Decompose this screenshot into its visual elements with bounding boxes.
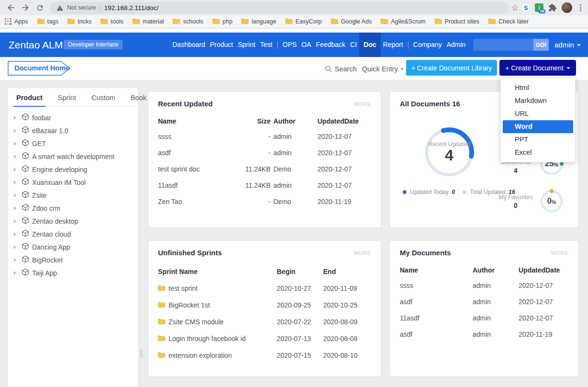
row-name-link[interactable]: test sprint doc <box>158 165 200 173</box>
user-menu[interactable]: admin <box>554 33 581 57</box>
nav-item-test[interactable]: Test <box>258 33 275 57</box>
extension-s-icon[interactable]: S <box>521 3 530 12</box>
sidebar-resize-handle[interactable] <box>140 349 142 358</box>
expand-caret-icon[interactable] <box>14 194 18 197</box>
sidebar-item-ebazaar-1-0[interactable]: eBazaar 1.0 <box>8 124 138 137</box>
row-name-link[interactable]: test sprint <box>169 285 198 292</box>
bookmark-agile-scrum[interactable]: Agile&Scrum <box>381 17 425 26</box>
puzzle-extension-icon[interactable] <box>548 3 557 12</box>
quick-entry-dropdown[interactable]: Quick Entry <box>362 57 404 80</box>
table-row[interactable]: asdf-admin2020-12-07 <box>158 145 371 161</box>
table-row[interactable]: test sprint2020-10-272020-11-09 <box>158 280 371 296</box>
row-name-link[interactable]: asdf <box>400 330 412 338</box>
row-name-link[interactable]: asdf <box>158 149 170 157</box>
expand-caret-icon[interactable] <box>14 271 18 275</box>
sidebar-tab-sprint[interactable]: Sprint <box>55 94 79 106</box>
row-name-link[interactable]: ssss <box>158 133 171 140</box>
browser-menu-button[interactable] <box>577 4 584 11</box>
bookmark-tags[interactable]: tags <box>37 17 59 26</box>
table-row[interactable]: asdfadmin2020-11-19 <box>400 326 568 342</box>
sidebar-tab-product[interactable]: Product <box>13 94 45 107</box>
bookmark-tricks[interactable]: tricks <box>68 17 91 26</box>
expand-caret-icon[interactable] <box>14 129 18 133</box>
create-menu-item-url[interactable]: URL <box>501 107 575 120</box>
nav-item-dashboard[interactable]: Dashboard <box>170 33 208 57</box>
sidebar-item-engine-developing[interactable]: Engine developing <box>8 163 138 176</box>
bookmark-google-ads[interactable]: Google Ads <box>331 17 372 26</box>
bookmark-easycorp[interactable]: EasyCorp <box>285 17 322 26</box>
sidebar-item-zentao-desktop[interactable]: Zentao desktop <box>8 215 138 228</box>
create-document-library-button[interactable]: + Create Document Library <box>406 60 497 76</box>
nav-item-report[interactable]: Report <box>381 33 406 57</box>
browser-forward-button[interactable] <box>18 1 33 14</box>
table-row[interactable]: 11asdf11.24KBadmin2020-12-07 <box>158 177 371 194</box>
bookmark-php[interactable]: php <box>213 17 233 26</box>
nav-item-feedback[interactable]: Feedback <box>314 33 348 57</box>
go-button[interactable]: GO! <box>533 39 549 51</box>
sidebar-item-foobar[interactable]: foobar <box>8 111 138 124</box>
bookmark-language[interactable]: language <box>241 17 276 26</box>
expand-caret-icon[interactable] <box>14 116 18 120</box>
sidebar-item-zsite[interactable]: Zsite <box>8 189 138 202</box>
create-menu-item-word[interactable]: Word <box>503 120 573 133</box>
more-link[interactable]: MORE <box>354 101 372 107</box>
expand-caret-icon[interactable] <box>14 258 18 262</box>
nav-item-ops[interactable]: OPS <box>280 33 299 57</box>
bookmark-schools[interactable]: schools <box>173 17 203 26</box>
bookmark-star-icon[interactable]: ☆ <box>511 4 519 12</box>
table-row[interactable]: test sprint doc11.24KBDemo2020-12-07 <box>158 161 371 177</box>
address-bar[interactable]: Not secure 192.168.2.111/doc/ <box>50 2 509 14</box>
expand-caret-icon[interactable] <box>14 245 18 249</box>
create-menu-item-excel[interactable]: Excel <box>501 146 575 159</box>
breadcrumb[interactable]: Document Home <box>8 61 71 76</box>
sidebar-item-a-smart-watch-development[interactable]: A smart watch development <box>8 150 138 163</box>
sidebar-item-zentao-cloud[interactable]: Zentao cloud <box>8 228 138 240</box>
table-row[interactable]: extension exploration2020-07-152020-08-1… <box>158 347 371 364</box>
row-name-link[interactable]: Zen Tao <box>158 198 182 205</box>
row-name-link[interactable]: 11asdf <box>158 182 178 189</box>
row-name-link[interactable]: BigRocket 1st <box>169 301 210 309</box>
sidebar-item-taiji-app[interactable]: Taiji App <box>8 266 138 279</box>
more-link[interactable]: MORE <box>354 250 372 256</box>
expand-caret-icon[interactable] <box>14 168 18 171</box>
table-row[interactable]: 11asdfadmin2020-12-07 <box>400 310 568 326</box>
table-row[interactable]: Login through facebook id2020-07-132020-… <box>158 330 371 347</box>
navbar-search-input[interactable] <box>473 39 533 51</box>
table-row[interactable]: ssssadmin2020-12-07 <box>400 277 568 294</box>
row-name-link[interactable]: Zsite CMS module <box>169 318 224 326</box>
create-menu-item-ppt[interactable]: PPT <box>501 133 575 146</box>
extension-on-icon[interactable]: iON <box>535 3 543 12</box>
bookmark-material[interactable]: material <box>133 17 164 26</box>
row-name-link[interactable]: ssss <box>400 282 413 289</box>
table-row[interactable]: asdfadmin2020-12-07 <box>400 294 568 310</box>
table-row[interactable]: Zsite CMS module2020-07-222020-08-09 <box>158 313 371 330</box>
table-row[interactable]: BigRocket 1st2020-09-252020-10-25 <box>158 296 371 313</box>
row-name-link[interactable]: 11asdf <box>400 314 419 322</box>
sidebar-tab-custom[interactable]: Custom <box>89 94 118 106</box>
browser-reload-button[interactable] <box>33 1 47 14</box>
expand-caret-icon[interactable] <box>14 206 18 210</box>
nav-item-ci[interactable]: CI <box>348 33 359 57</box>
app-brand[interactable]: Zentao ALM <box>9 33 63 57</box>
expand-caret-icon[interactable] <box>14 142 18 146</box>
bookmark-product-sites[interactable]: Product sites <box>435 17 479 26</box>
doc-search-button[interactable]: Search <box>325 57 357 80</box>
expand-caret-icon[interactable] <box>14 219 18 223</box>
sidebar-tab-book[interactable]: Book <box>128 94 149 106</box>
sidebar-item-dancing-app[interactable]: Dancing App <box>8 240 138 253</box>
bookmark-tools[interactable]: tools <box>101 17 123 26</box>
nav-item-company[interactable]: Company <box>411 33 444 57</box>
row-name-link[interactable]: extension exploration <box>169 352 232 359</box>
expand-caret-icon[interactable] <box>14 232 18 236</box>
nav-item-admin[interactable]: Admin <box>444 33 468 57</box>
sidebar-item-zdoo-crm[interactable]: Zdoo crm <box>8 202 138 215</box>
sidebar-item-bigrocket[interactable]: BigRocket <box>8 253 138 266</box>
expand-caret-icon[interactable] <box>14 181 18 184</box>
nav-item-product[interactable]: Product <box>208 33 236 57</box>
nav-item-oa[interactable]: OA <box>299 33 314 57</box>
create-document-button[interactable]: + Create Document <box>499 60 576 76</box>
nav-item-sprint[interactable]: Sprint <box>236 33 258 57</box>
create-menu-item-html[interactable]: Html <box>501 81 575 94</box>
row-name-link[interactable]: asdf <box>400 298 412 306</box>
table-row[interactable]: ssss-admin2020-12-07 <box>158 128 371 145</box>
